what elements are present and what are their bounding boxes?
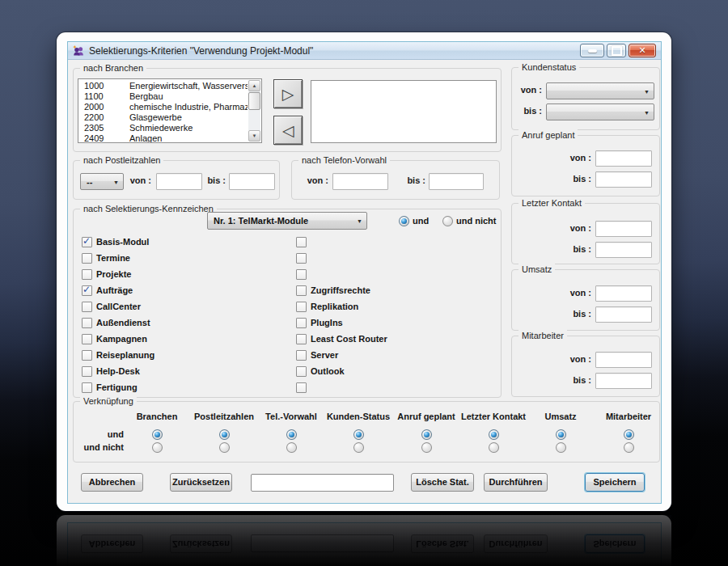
checkbox-auftraege[interactable]: ✓Aufträge: [82, 285, 133, 296]
checkbox-server[interactable]: ✓Server: [296, 349, 338, 361]
list-item[interactable]: 2305Schmiedewerke: [79, 123, 248, 133]
checkbox-row[interactable]: ✓: [296, 268, 311, 280]
umsatz-von-input[interactable]: [595, 285, 652, 302]
verknuepfung-radio[interactable]: [353, 429, 364, 440]
checkbox-basis-modul[interactable]: ✓Basis-Modul: [82, 236, 149, 247]
checkbox: ✓: [296, 318, 307, 328]
mitarbeiter-von-input[interactable]: [595, 352, 652, 368]
verknuepfung-radio[interactable]: [556, 442, 566, 453]
checkbox-fertigung[interactable]: ✓Fertigung: [82, 382, 138, 393]
checkbox-callcenter[interactable]: ✓CallCenter: [82, 301, 141, 312]
checkbox-row[interactable]: ✓: [296, 236, 311, 247]
verknuepfung-radio[interactable]: [286, 429, 297, 440]
kundenstatus-bis-label: bis :: [514, 106, 542, 116]
branchen-list[interactable]: 1000Energiewirtschaft, Wasserverso 1100B…: [78, 78, 262, 143]
plz-von-input[interactable]: [156, 173, 202, 190]
checkbox-reiseplanung[interactable]: ✓Reiseplanung: [82, 349, 154, 361]
checkbox-kampagnen[interactable]: ✓Kampagnen: [82, 333, 147, 344]
list-item[interactable]: 1100Bergbau: [79, 91, 248, 102]
checkbox: ✓: [296, 334, 307, 344]
umsatz-bis-input[interactable]: [595, 306, 652, 323]
verknuepfung-radio[interactable]: [219, 442, 230, 453]
anruf-bis-input[interactable]: [595, 171, 652, 188]
group-letzter-kontakt: Letzter Kontakt von : bis :: [511, 203, 660, 264]
checkbox: ✓: [296, 237, 307, 247]
verknuepfung-radio[interactable]: [421, 442, 432, 453]
plz-mode-select[interactable]: -- ▼: [80, 173, 124, 190]
verknuepfung-radio[interactable]: [152, 442, 163, 453]
verknuepfung-radio[interactable]: [286, 442, 297, 453]
verknuepfung-radio[interactable]: [489, 442, 499, 453]
checkbox-termine[interactable]: ✓Termine: [82, 252, 130, 264]
verknuepfung-radio[interactable]: [489, 429, 499, 440]
checkbox-plugins[interactable]: ✓PlugIns: [296, 317, 343, 328]
group-mitarbeiter: Mitarbeiter von : bis :: [511, 336, 660, 397]
verknuepfung-radio[interactable]: [421, 429, 432, 440]
group-kennzeichen: nach Selektierungs-Kennzeichen Nr. 1: Te…: [73, 209, 502, 398]
move-right-button[interactable]: ▷: [273, 79, 303, 108]
checkbox-help-desk[interactable]: ✓Help-Desk: [82, 365, 140, 377]
kundenstatus-bis-select[interactable]: ▼: [546, 103, 654, 120]
speichern-button[interactable]: Speichern: [585, 473, 645, 492]
minimize-button[interactable]: [580, 44, 604, 57]
mitarbeiter-bis-input[interactable]: [595, 373, 652, 389]
durchfuehren-button[interactable]: Durchführen: [484, 473, 548, 492]
verknuepfung-radio[interactable]: [556, 429, 566, 440]
move-left-button[interactable]: ◁: [273, 116, 303, 145]
group-anruf-geplant: Anruf geplant von : bis :: [511, 135, 660, 196]
abbrechen-button[interactable]: Abbrechen: [81, 473, 143, 492]
verknuepfung-radio[interactable]: [152, 429, 163, 440]
checkbox-zugriffsrechte[interactable]: ✓Zugriffsrechte: [296, 285, 370, 296]
kennzeichen-radio-und-nicht[interactable]: [442, 216, 453, 226]
scrollbar-thumb[interactable]: [248, 92, 260, 110]
chevron-down-icon: ▼: [644, 88, 650, 94]
maximize-button[interactable]: [607, 44, 626, 57]
verknuepfung-radio[interactable]: [624, 442, 634, 453]
kundenstatus-von-select[interactable]: ▼: [546, 82, 654, 99]
group-telefon-vorwahl: nach Telefon-Vorwahl von : bis :: [291, 160, 500, 200]
selected-branchen-list[interactable]: [311, 80, 497, 143]
checkbox-replikation[interactable]: ✓Replikation: [296, 301, 358, 312]
plz-bis-input[interactable]: [229, 173, 275, 190]
close-button[interactable]: ✕: [629, 44, 656, 57]
checkbox-projekte[interactable]: ✓Projekte: [82, 268, 131, 280]
kontakt-von-input[interactable]: [595, 221, 652, 237]
checkbox: ✓: [82, 350, 92, 361]
checkbox-outlook[interactable]: ✓Outlook: [296, 365, 345, 377]
scrollbar-down-button[interactable]: ▼: [248, 130, 260, 142]
checkbox: ✓: [82, 334, 92, 344]
loesche-stat-button[interactable]: Lösche Stat.: [411, 473, 474, 492]
list-item[interactable]: 2200Glasgewerbe: [79, 112, 248, 123]
checkbox-row[interactable]: ✓: [296, 252, 311, 264]
kennzeichen-radio-und[interactable]: [399, 216, 409, 226]
checkbox-aussendienst[interactable]: ✓Außendienst: [82, 317, 150, 328]
checkbox-least-cost-router[interactable]: ✓Least Cost Router: [296, 333, 387, 344]
checkbox: ✓: [296, 253, 307, 264]
checkbox: ✓: [82, 302, 92, 312]
verknuepfung-radio[interactable]: [219, 429, 230, 440]
tel-bis-input[interactable]: [429, 173, 484, 190]
kennzeichen-set-select[interactable]: Nr. 1: TelMarkt-Module ▼: [207, 212, 367, 230]
verknuepfung-radio[interactable]: [353, 442, 364, 453]
scrollbar-up-button[interactable]: ▲: [248, 80, 260, 91]
list-item[interactable]: 2409Anlagen: [79, 133, 248, 143]
scrollbar-up-icon: ▲: [252, 83, 257, 88]
anruf-von-input[interactable]: [595, 150, 652, 167]
branchen-scrollbar[interactable]: ▲ ▼: [248, 80, 260, 142]
stat-input[interactable]: [251, 474, 394, 492]
list-item[interactable]: 1000Energiewirtschaft, Wasserverso: [79, 81, 248, 91]
tel-von-input[interactable]: [332, 173, 388, 190]
anruf-bis-label: bis :: [543, 174, 591, 184]
kennzeichen-radio-und-label: und: [413, 216, 429, 226]
zuruecksetzen-button[interactable]: Zurücksetzen: [170, 473, 232, 492]
title-bar[interactable]: Selektierungs-Kriterien "Verwendung Proj…: [68, 42, 661, 60]
minimize-icon: [588, 49, 597, 53]
kontakt-bis-input[interactable]: [595, 242, 652, 258]
checkbox-row[interactable]: ✓: [296, 382, 311, 393]
verknuepfung-radio[interactable]: [624, 429, 634, 440]
checkbox: ✓: [296, 269, 307, 280]
list-item[interactable]: 2000chemische Industrie, Pharmaze: [79, 102, 248, 112]
group-postleitzahlen-label: nach Postleitzahlen: [80, 154, 163, 167]
verknuepfung-header: Postleitzahlen: [194, 412, 254, 421]
checkbox: ✓: [296, 302, 307, 312]
